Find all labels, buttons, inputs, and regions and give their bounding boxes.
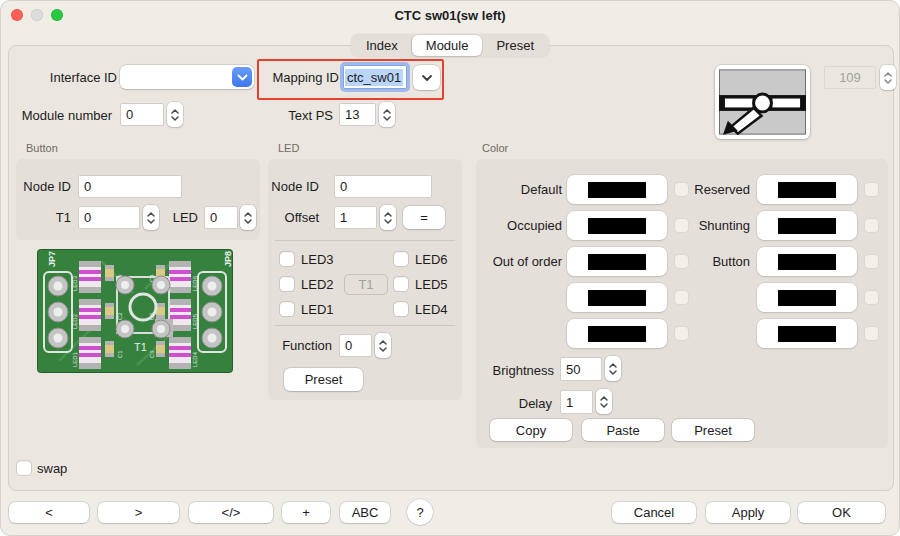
brightness-input[interactable]: 50 xyxy=(560,357,602,381)
pcb-board-image: JP7 JP8 LED3 LED2 LED1 LED6 LED5 xyxy=(37,249,233,373)
color-extra2-right-value xyxy=(778,326,836,342)
forward-button[interactable]: > xyxy=(98,502,179,523)
led4-checkbox[interactable] xyxy=(394,302,408,316)
button-led-input[interactable]: 0 xyxy=(204,206,238,229)
brightness-stepper[interactable] xyxy=(605,356,621,381)
color-extra2-right-swatch[interactable] xyxy=(757,319,857,348)
back-button[interactable]: < xyxy=(9,502,89,523)
button-led-stepper[interactable] xyxy=(240,205,256,230)
led3-checkbox[interactable] xyxy=(280,252,294,266)
swap-checkbox[interactable] xyxy=(17,461,31,475)
led-node-id-label: Node ID xyxy=(267,179,319,194)
stepper-arrows-icon xyxy=(378,338,388,354)
color-preset-button[interactable]: Preset xyxy=(672,419,754,441)
color-shunting-checkbox[interactable] xyxy=(865,219,878,232)
pcb-jp7-label: JP7 xyxy=(47,251,57,267)
function-label: Function xyxy=(264,338,332,353)
led6-checkbox[interactable] xyxy=(394,252,408,266)
color-reserved-checkbox[interactable] xyxy=(865,183,878,196)
led1-checkbox[interactable] xyxy=(280,302,294,316)
titlebar: CTC sw01(sw left) xyxy=(1,1,899,29)
stepper-arrows-icon xyxy=(382,107,392,123)
tab-module[interactable]: Module xyxy=(412,35,483,56)
tab-preset[interactable]: Preset xyxy=(482,35,548,56)
color-extra1-left-value xyxy=(588,290,646,306)
abc-button[interactable]: ABC xyxy=(340,502,390,523)
color-out-of-order-value xyxy=(588,254,646,270)
paste-button[interactable]: Paste xyxy=(582,419,664,441)
color-reserved-label: Reserved xyxy=(654,182,750,197)
stepper-arrows-icon xyxy=(243,210,253,226)
ok-button[interactable]: OK xyxy=(798,502,885,523)
code-button[interactable]: </> xyxy=(189,502,273,523)
pcb-led3-label: LED3 xyxy=(72,275,78,291)
pcb-c1-label: C1 xyxy=(117,350,123,358)
plus-button[interactable]: + xyxy=(282,502,330,523)
led-preset-button[interactable]: Preset xyxy=(284,368,363,391)
led4-checkbox-label: LED4 xyxy=(415,302,460,317)
module-number-stepper[interactable] xyxy=(167,102,183,127)
color-occupied-value xyxy=(588,218,646,234)
button-t1-input[interactable]: 0 xyxy=(78,206,140,229)
text-ps-stepper[interactable] xyxy=(379,102,395,127)
text-ps-input[interactable]: 13 xyxy=(339,103,376,126)
interface-id-dropdown[interactable] xyxy=(120,65,254,89)
tab-index[interactable]: Index xyxy=(352,35,412,56)
color-shunting-label: Shunting xyxy=(654,218,750,233)
led-offset-input[interactable]: 1 xyxy=(334,206,377,229)
equals-button[interactable]: = xyxy=(403,206,445,229)
stepper-arrows-icon xyxy=(146,210,156,226)
led-node-id-input[interactable]: 0 xyxy=(334,175,432,198)
button-group-title: Button xyxy=(26,142,58,154)
color-extra1-left-checkbox[interactable] xyxy=(675,291,688,304)
color-extra2-left-checkbox[interactable] xyxy=(675,327,688,340)
color-default-swatch[interactable] xyxy=(567,175,667,204)
mapping-id-input[interactable]: ctc_sw01 xyxy=(343,65,407,89)
apply-button[interactable]: Apply xyxy=(706,502,790,523)
color-shunting-swatch[interactable] xyxy=(757,211,857,240)
color-reserved-swatch[interactable] xyxy=(757,175,857,204)
turnout-left-icon xyxy=(719,69,806,135)
color-extra1-right-checkbox[interactable] xyxy=(865,291,878,304)
mapping-id-dropdown-button[interactable] xyxy=(413,65,440,90)
color-extra1-left-swatch[interactable] xyxy=(567,283,667,312)
help-button[interactable]: ? xyxy=(407,499,433,525)
led5-checkbox[interactable] xyxy=(394,277,408,291)
color-extra1-right-value xyxy=(778,290,836,306)
led-group-divider xyxy=(275,325,455,326)
pcb-led1-label: LED1 xyxy=(72,351,78,367)
module-id-stepper[interactable] xyxy=(880,65,896,90)
delay-stepper[interactable] xyxy=(596,389,612,414)
color-button-value xyxy=(778,254,836,270)
function-stepper[interactable] xyxy=(375,333,391,358)
color-occupied-swatch[interactable] xyxy=(567,211,667,240)
copy-button[interactable]: Copy xyxy=(490,419,572,441)
color-button-swatch[interactable] xyxy=(757,247,857,276)
delay-input[interactable]: 1 xyxy=(560,390,593,414)
color-occupied-label: Occupied xyxy=(474,218,562,233)
button-t1-stepper[interactable] xyxy=(143,205,159,230)
color-extra2-left-swatch[interactable] xyxy=(567,319,667,348)
function-input[interactable]: 0 xyxy=(339,334,372,357)
color-out-of-order-swatch[interactable] xyxy=(567,247,667,276)
stepper-arrows-icon xyxy=(383,210,393,226)
mapping-id-value: ctc_sw01 xyxy=(345,69,403,86)
color-default-label: Default xyxy=(474,182,562,197)
module-number-label: Module number xyxy=(14,108,112,123)
led1-checkbox-label: LED1 xyxy=(301,302,361,317)
led-offset-stepper[interactable] xyxy=(380,205,396,230)
color-shunting-value xyxy=(778,218,836,234)
module-number-input[interactable]: 0 xyxy=(120,103,164,126)
color-group-title: Color xyxy=(482,142,508,154)
color-extra2-right-checkbox[interactable] xyxy=(865,327,878,340)
button-t1-label: T1 xyxy=(21,210,71,225)
color-button-checkbox[interactable] xyxy=(865,255,878,268)
pcb-led2-label: LED2 xyxy=(72,313,78,329)
interface-id-value xyxy=(120,71,132,77)
color-extra1-right-swatch[interactable] xyxy=(757,283,857,312)
button-node-id-input[interactable]: 0 xyxy=(78,175,182,198)
led2-checkbox[interactable] xyxy=(280,277,294,291)
led6-checkbox-label: LED6 xyxy=(415,252,460,267)
cancel-button[interactable]: Cancel xyxy=(612,502,696,523)
module-id-field: 109 xyxy=(824,66,876,89)
